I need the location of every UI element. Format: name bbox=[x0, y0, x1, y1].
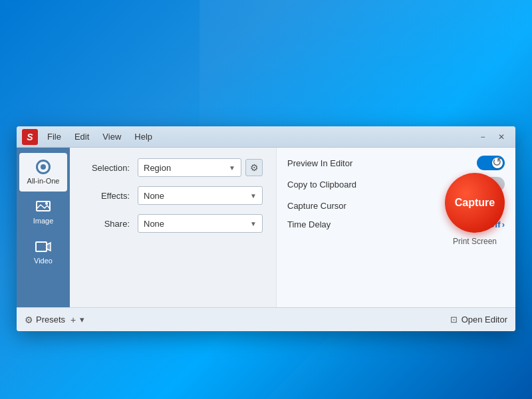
capture-cursor-label: Capture Cursor bbox=[287, 201, 346, 211]
share-row: Share: None ▼ bbox=[83, 214, 263, 233]
video-icon bbox=[34, 239, 53, 254]
menu-view[interactable]: View bbox=[96, 129, 128, 144]
preview-editor-label: Preview In Editor bbox=[287, 158, 352, 168]
open-editor-area[interactable]: ⊡ Open Editor bbox=[450, 315, 507, 325]
share-dropdown[interactable]: None ▼ bbox=[138, 214, 263, 233]
presets-gear-icon: ⚙ bbox=[25, 315, 33, 325]
window-controls: − ✕ bbox=[474, 130, 510, 144]
gear-icon: ⚙ bbox=[250, 162, 259, 173]
menu-edit[interactable]: Edit bbox=[68, 129, 96, 144]
share-value: None bbox=[144, 219, 164, 229]
selection-value: Region bbox=[144, 163, 171, 173]
effects-row: Effects: None ▼ bbox=[83, 186, 263, 205]
menu-bar: File Edit View Help bbox=[41, 129, 474, 144]
presets-add-button[interactable]: + bbox=[70, 315, 76, 325]
sidebar-item-video[interactable]: Video bbox=[19, 233, 67, 271]
sidebar-label-image: Image bbox=[33, 217, 54, 225]
effects-dropdown[interactable]: None ▼ bbox=[138, 186, 263, 205]
time-delay-label: Time Delay bbox=[287, 219, 331, 229]
svg-rect-2 bbox=[36, 242, 47, 251]
selection-arrow-icon: ▼ bbox=[229, 164, 235, 172]
title-bar: S File Edit View Help − ✕ bbox=[17, 126, 515, 148]
selection-label: Selection: bbox=[83, 163, 130, 173]
effects-arrow-icon: ▼ bbox=[250, 192, 257, 200]
selection-row: Selection: Region ▼ ⚙ bbox=[83, 158, 263, 177]
bottom-bar: ⚙ Presets + ▾ ⊡ Open Editor bbox=[17, 307, 515, 331]
effects-control: None ▼ bbox=[138, 186, 263, 205]
effects-value: None bbox=[144, 191, 164, 201]
right-panel: Preview In Editor Copy to Clipboard Capt… bbox=[276, 148, 515, 307]
sidebar-label-all-in-one: All-in-One bbox=[27, 177, 60, 185]
selection-dropdown[interactable]: Region ▼ bbox=[138, 158, 241, 177]
app-window: S File Edit View Help − ✕ All-in-One bbox=[17, 126, 515, 331]
presets-dropdown-button[interactable]: ▾ bbox=[80, 315, 84, 325]
presets-label[interactable]: Presets bbox=[36, 315, 65, 325]
center-panel: Selection: Region ▼ ⚙ Effects: None bbox=[70, 148, 276, 307]
effects-label: Effects: bbox=[83, 191, 130, 201]
sidebar: All-in-One Image bbox=[17, 148, 70, 307]
share-label: Share: bbox=[83, 219, 130, 229]
open-editor-icon: ⊡ bbox=[450, 315, 458, 325]
menu-help[interactable]: Help bbox=[128, 129, 159, 144]
share-arrow-icon: ▼ bbox=[250, 220, 257, 227]
close-button[interactable]: ✕ bbox=[493, 130, 510, 144]
open-editor-label: Open Editor bbox=[462, 315, 507, 325]
main-content: All-in-One Image bbox=[17, 148, 515, 307]
svg-point-1 bbox=[45, 202, 48, 205]
selection-settings-button[interactable]: ⚙ bbox=[245, 159, 263, 176]
print-screen-label: Print Screen bbox=[453, 237, 497, 246]
sidebar-item-image[interactable]: Image bbox=[19, 193, 67, 231]
capture-button[interactable]: Capture bbox=[445, 173, 505, 233]
image-icon bbox=[34, 200, 53, 214]
sidebar-item-all-in-one[interactable]: All-in-One bbox=[19, 153, 67, 192]
all-in-one-icon bbox=[34, 160, 53, 174]
minimize-button[interactable]: − bbox=[474, 130, 491, 144]
share-control: None ▼ bbox=[138, 214, 263, 233]
app-logo: S bbox=[22, 129, 38, 145]
undo-button[interactable]: ↺ bbox=[487, 153, 506, 172]
menu-file[interactable]: File bbox=[41, 129, 68, 144]
sidebar-label-video: Video bbox=[34, 257, 53, 265]
copy-clipboard-label: Copy to Clipboard bbox=[287, 180, 356, 190]
capture-area: ↺ Capture Print Screen bbox=[445, 154, 505, 246]
selection-control: Region ▼ ⚙ bbox=[138, 158, 263, 177]
